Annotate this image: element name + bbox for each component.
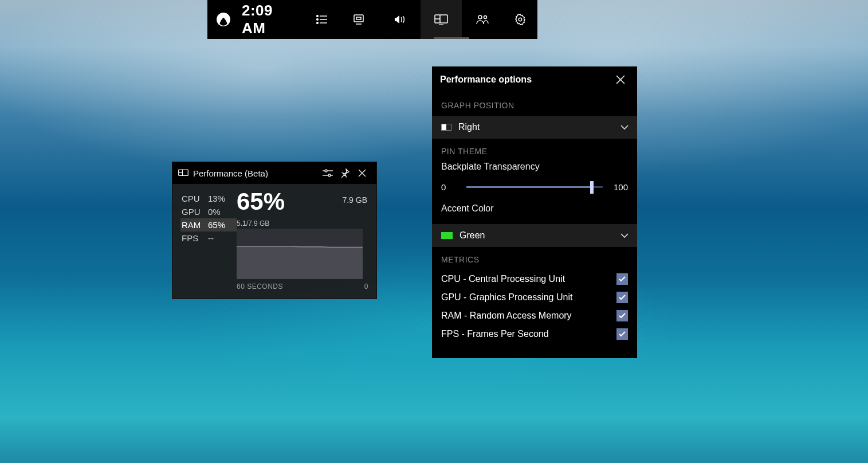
performance-widget-title: Performance (Beta) xyxy=(193,168,319,178)
svg-point-14 xyxy=(478,15,482,19)
metric-check-ram[interactable]: RAM - Random Access Memory xyxy=(441,307,628,325)
checkbox[interactable] xyxy=(616,310,628,321)
slider-track[interactable] xyxy=(466,186,603,188)
svg-point-3 xyxy=(317,19,319,21)
check-label: CPU - Central Processing Unit xyxy=(441,274,616,284)
metric-label: FPS xyxy=(182,233,202,243)
metric-ratio: 5.1/7.9 GB xyxy=(237,219,368,227)
metric-cpu[interactable]: CPU 13% xyxy=(180,192,237,205)
metric-gpu[interactable]: GPU 0% xyxy=(180,205,237,218)
check-label: FPS - Frames Per Second xyxy=(441,329,616,339)
svg-point-5 xyxy=(317,22,319,24)
transparency-slider[interactable]: 0 100 xyxy=(441,182,628,195)
chevron-down-icon xyxy=(620,124,629,130)
metric-check-fps[interactable]: FPS - Frames Per Second xyxy=(441,325,628,343)
metric-label: GPU xyxy=(182,207,202,217)
options-close-button[interactable] xyxy=(612,71,629,88)
metric-ram[interactable]: RAM 65% xyxy=(180,218,237,231)
chevron-down-icon xyxy=(620,233,629,238)
performance-icon xyxy=(434,14,448,25)
metrics-list: CPU 13% GPU 0% RAM 65% FPS -- xyxy=(180,190,237,291)
checkbox[interactable] xyxy=(616,328,628,340)
axis-left: 60 SECONDS xyxy=(237,282,283,291)
graph-position-label: GRAPH POSITION xyxy=(441,101,628,110)
check-label: GPU - Graphics Processing Unit xyxy=(441,292,616,303)
sliders-icon xyxy=(323,169,333,177)
pin-icon xyxy=(340,168,349,178)
svg-point-16 xyxy=(519,18,522,21)
widgets-menu-button[interactable] xyxy=(306,0,338,39)
xbox-button[interactable] xyxy=(207,12,239,27)
accent-color-label: Accent Color xyxy=(441,203,628,214)
metric-value: 65% xyxy=(208,220,225,230)
widget-options-button[interactable] xyxy=(319,164,336,182)
options-title: Performance options xyxy=(440,74,612,85)
metric-label: RAM xyxy=(182,220,202,230)
svg-point-1 xyxy=(317,15,319,17)
social-button[interactable] xyxy=(462,0,503,39)
metric-fps[interactable]: FPS -- xyxy=(180,231,237,245)
axis-right: 0 xyxy=(364,282,368,291)
color-swatch-icon xyxy=(441,232,453,239)
metric-label: CPU xyxy=(182,194,202,203)
active-tab-underline xyxy=(434,37,469,39)
slider-max: 100 xyxy=(611,182,628,192)
audio-button[interactable] xyxy=(379,0,421,39)
metric-value: 0% xyxy=(208,207,221,217)
slider-fill xyxy=(466,186,592,188)
widget-close-button[interactable] xyxy=(354,164,371,182)
performance-widget-header[interactable]: Performance (Beta) xyxy=(172,162,376,184)
social-icon xyxy=(476,14,489,25)
performance-button[interactable] xyxy=(421,0,462,39)
game-bar-topbar: 2:09 AM xyxy=(207,0,537,39)
usage-chart xyxy=(237,229,368,279)
slider-min: 0 xyxy=(441,182,458,192)
metric-check-gpu[interactable]: GPU - Graphics Processing Unit xyxy=(441,288,628,307)
performance-options-panel: Performance options GRAPH POSITION Right… xyxy=(432,66,637,358)
settings-button[interactable] xyxy=(503,0,537,39)
metric-total: 7.9 GB xyxy=(342,195,367,205)
performance-icon xyxy=(178,169,188,177)
clock: 2:09 AM xyxy=(239,2,306,37)
accent-color-value: Green xyxy=(459,230,620,241)
gear-icon xyxy=(514,13,527,26)
metrics-label: METRICS xyxy=(441,255,628,264)
metric-check-cpu[interactable]: CPU - Central Processing Unit xyxy=(441,270,628,288)
graph-position-value: Right xyxy=(458,122,620,132)
slider-thumb[interactable] xyxy=(590,181,594,194)
menu-icon xyxy=(316,15,328,24)
pin-theme-label: PIN THEME xyxy=(441,147,628,156)
capture-button[interactable] xyxy=(338,0,379,39)
checkbox[interactable] xyxy=(616,273,628,285)
svg-rect-8 xyxy=(356,17,361,19)
check-label: RAM - Random Access Memory xyxy=(441,311,616,321)
svg-point-21 xyxy=(325,170,327,172)
graph-position-select[interactable]: Right xyxy=(432,116,637,139)
metric-value: 13% xyxy=(208,194,225,203)
close-icon xyxy=(358,169,366,177)
xbox-icon xyxy=(216,12,231,27)
checkbox[interactable] xyxy=(616,292,628,303)
svg-point-23 xyxy=(328,174,331,176)
performance-widget: Performance (Beta) CPU 13% GPU xyxy=(172,162,377,299)
accent-color-select[interactable]: Green xyxy=(432,224,637,247)
svg-point-15 xyxy=(484,16,487,19)
svg-rect-7 xyxy=(354,15,363,22)
backplate-label: Backplate Transparency xyxy=(441,162,628,172)
widget-pin-button[interactable] xyxy=(336,164,354,182)
close-icon xyxy=(616,75,625,84)
metric-value: -- xyxy=(208,233,214,243)
capture-icon xyxy=(352,14,365,25)
audio-icon xyxy=(393,14,407,25)
position-swatch-icon xyxy=(441,124,451,131)
